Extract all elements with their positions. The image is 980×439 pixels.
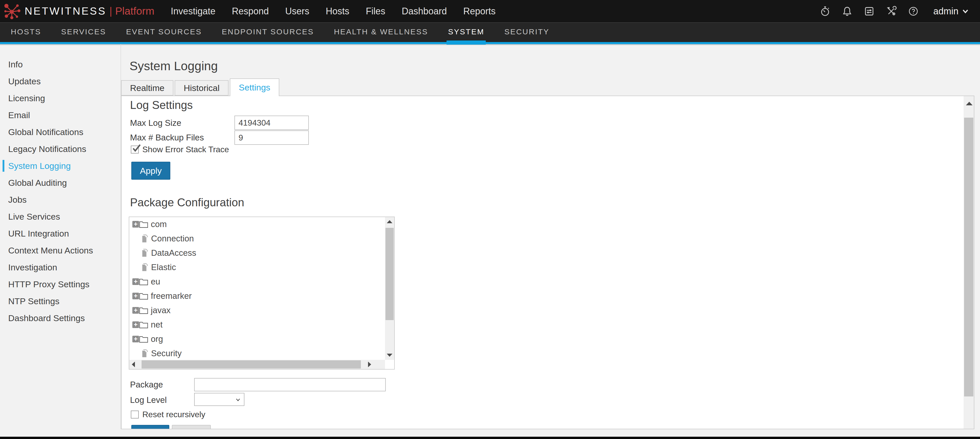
nav-item-investigate[interactable]: Investigate <box>171 6 215 17</box>
admin-subnav-items: HOSTSSERVICESEVENT SOURCESENDPOINT SOURC… <box>0 23 980 41</box>
nav-item-respond[interactable]: Respond <box>232 6 269 17</box>
help-icon[interactable] <box>908 6 919 17</box>
main-scroll-up-icon[interactable] <box>966 102 972 105</box>
tree-item-eu[interactable]: +eu <box>129 274 385 289</box>
reset-recursively-row: Reset recursively <box>131 410 205 419</box>
tree-item-connection[interactable]: Connection <box>129 231 385 246</box>
subnav-item-endpoint-sources[interactable]: ENDPOINT SOURCES <box>222 23 314 41</box>
tab-bar: RealtimeHistoricalSettings <box>121 78 281 95</box>
nav-item-files[interactable]: Files <box>366 6 385 17</box>
tree-item-label: Elastic <box>151 262 176 272</box>
sidebar-item-system-logging[interactable]: System Logging <box>0 157 121 174</box>
reset-recursively-checkbox[interactable] <box>131 410 139 418</box>
reset-button-bottom[interactable] <box>172 425 211 429</box>
notifications-bell-icon[interactable] <box>842 6 853 17</box>
user-menu[interactable]: admin <box>933 6 969 17</box>
tree-item-dataaccess[interactable]: DataAccess <box>129 246 385 260</box>
timer-icon[interactable] <box>819 6 831 17</box>
tree-hscroll-thumb[interactable] <box>142 360 361 369</box>
nav-item-hosts[interactable]: Hosts <box>326 6 349 17</box>
file-icon <box>142 263 148 271</box>
sidebar-item-context-menu-actions[interactable]: Context Menu Actions <box>0 242 121 259</box>
tree-item-freemarker[interactable]: +freemarker <box>129 289 385 303</box>
scroll-left-icon[interactable] <box>132 361 135 367</box>
nav-item-dashboard[interactable]: Dashboard <box>402 6 447 17</box>
expand-icon[interactable]: + <box>132 322 139 328</box>
sidebar-item-licensing[interactable]: Licensing <box>0 90 121 106</box>
subnav-item-security[interactable]: SECURITY <box>504 23 549 41</box>
reset-recursively-label: Reset recursively <box>142 410 205 419</box>
subnav-item-event-sources[interactable]: EVENT SOURCES <box>126 23 202 41</box>
brand-product: Platform <box>115 5 154 17</box>
tab-realtime[interactable]: Realtime <box>121 80 173 95</box>
apply-button-bottom[interactable] <box>131 425 169 429</box>
file-icon <box>142 349 148 358</box>
scroll-right-icon[interactable] <box>368 361 371 367</box>
expand-icon[interactable]: + <box>132 336 139 342</box>
sidebar-item-http-proxy-settings[interactable]: HTTP Proxy Settings <box>0 276 121 293</box>
sidebar-item-investigation[interactable]: Investigation <box>0 259 121 276</box>
tree-item-javax[interactable]: +javax <box>129 303 385 317</box>
sidebar-item-live-services[interactable]: Live Services <box>0 208 121 225</box>
max-log-size-input[interactable] <box>234 116 309 130</box>
folder-icon <box>139 292 148 300</box>
sidebar-item-url-integration[interactable]: URL Integration <box>0 225 121 242</box>
tab-settings[interactable]: Settings <box>230 78 279 96</box>
expand-icon[interactable]: + <box>132 307 139 314</box>
brand-name: NETWITNESS <box>25 5 107 17</box>
tree-vscroll-thumb[interactable] <box>385 228 394 320</box>
chevron-down-icon <box>961 8 969 15</box>
expand-icon[interactable]: + <box>132 293 139 300</box>
brand[interactable]: NETWITNESS | Platform <box>0 3 154 20</box>
sidebar-item-info[interactable]: Info <box>0 56 121 73</box>
tree-item-org[interactable]: +org <box>129 332 385 346</box>
max-backup-files-label: Max # Backup Files <box>130 133 204 143</box>
log-level-label: Log Level <box>130 393 167 406</box>
sidebar-item-global-notifications[interactable]: Global Notifications <box>0 124 121 140</box>
subnav-item-system[interactable]: SYSTEM <box>448 23 484 41</box>
sidebar-item-global-auditing[interactable]: Global Auditing <box>0 174 121 191</box>
tree-item-label: DataAccess <box>151 248 196 258</box>
subnav-item-hosts[interactable]: HOSTS <box>11 23 41 41</box>
select-chevron-icon <box>235 397 241 403</box>
log-level-select[interactable] <box>194 393 244 406</box>
preferences-icon[interactable] <box>864 6 875 17</box>
subnav-item-services[interactable]: SERVICES <box>61 23 106 41</box>
package-input[interactable] <box>194 378 386 391</box>
folder-icon <box>139 335 148 343</box>
tree-item-elastic[interactable]: Elastic <box>129 260 385 274</box>
scroll-down-icon[interactable] <box>387 353 392 357</box>
netwitness-logo-icon <box>4 3 21 20</box>
nav-item-reports[interactable]: Reports <box>463 6 495 17</box>
sidebar-item-email[interactable]: Email <box>0 106 121 124</box>
main-vscroll-thumb[interactable] <box>964 117 973 396</box>
tools-icon[interactable] <box>886 6 897 17</box>
folder-icon <box>139 306 148 314</box>
apply-button[interactable]: Apply <box>131 162 170 180</box>
scroll-up-icon[interactable] <box>387 220 392 223</box>
sidebar-item-ntp-settings[interactable]: NTP Settings <box>0 293 121 310</box>
log-settings-heading: Log Settings <box>130 99 193 111</box>
nav-item-users[interactable]: Users <box>285 6 309 17</box>
tree-item-security[interactable]: Security <box>129 346 385 360</box>
tree-vertical-scrollbar[interactable] <box>385 217 394 360</box>
subnav-item-health-wellness[interactable]: HEALTH & WELLNESS <box>334 23 428 41</box>
folder-icon <box>139 321 148 328</box>
tree-item-net[interactable]: +net <box>129 317 385 332</box>
settings-panel: Log Settings Max Log Size Max # Backup F… <box>121 95 974 429</box>
sidebar-item-jobs[interactable]: Jobs <box>0 191 121 208</box>
check-icon <box>132 144 141 153</box>
tree-item-com[interactable]: +com <box>129 217 385 231</box>
sidebar-item-dashboard-settings[interactable]: Dashboard Settings <box>0 310 121 326</box>
show-error-stack-trace-checkbox[interactable] <box>131 146 139 154</box>
main-vertical-scrollbar[interactable] <box>964 96 974 429</box>
tree-horizontal-scrollbar[interactable] <box>129 360 385 369</box>
tab-historical[interactable]: Historical <box>175 80 229 95</box>
folder-icon <box>139 278 148 285</box>
max-backup-files-input[interactable] <box>234 130 309 145</box>
sidebar-item-updates[interactable]: Updates <box>0 73 121 90</box>
expand-icon[interactable]: + <box>132 278 139 285</box>
sidebar-item-legacy-notifications[interactable]: Legacy Notifications <box>0 140 121 157</box>
expand-icon[interactable]: + <box>132 221 139 228</box>
tree-item-label: freemarker <box>151 291 192 301</box>
